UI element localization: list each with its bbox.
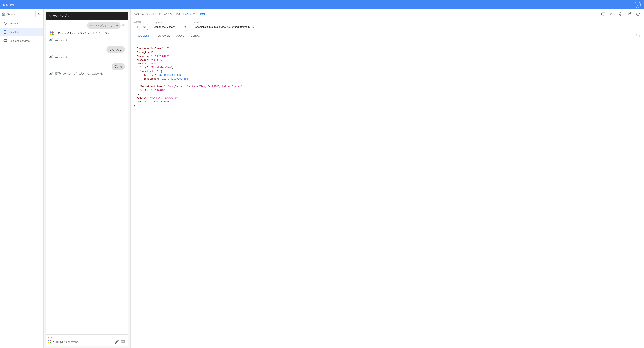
- location-target-icon[interactable]: ◎: [252, 25, 254, 29]
- location-label: Location: [193, 21, 256, 23]
- tabs-bar: REQUEST RESPONSE AUDIO DEBUG: [130, 32, 644, 40]
- chat-input-logo: ▼: [48, 340, 54, 344]
- sidebar-overview-label[interactable]: Overview: [7, 13, 18, 16]
- svg-point-12: [630, 12, 631, 14]
- dot-green-1: [52, 34, 54, 35]
- language-label: Language: [153, 21, 188, 24]
- svg-point-13: [628, 14, 629, 15]
- monitor-icon-button[interactable]: [600, 12, 606, 17]
- input-google-dots: [48, 340, 52, 344]
- chat-section-1: テストアプリにつないで ☰: [46, 20, 128, 44]
- svg-rect-5: [602, 13, 605, 15]
- input-dot-yellow: [48, 342, 50, 343]
- audio-icon-3[interactable]: 🔊: [49, 72, 53, 75]
- svg-point-14: [630, 15, 631, 16]
- tab-response[interactable]: RESPONSE: [152, 32, 173, 40]
- options-bar: Surface Language Japanese (Japan): [130, 19, 644, 32]
- bubble-text-3: 寒いね: [112, 63, 125, 70]
- tab-request[interactable]: REQUEST: [134, 32, 152, 40]
- surface-group: Surface: [134, 20, 148, 30]
- audio-icon-2[interactable]: 🔊: [49, 54, 53, 58]
- sidebar: 🏠 Overview ⚙ Analytics Simulator Backend…: [0, 10, 44, 348]
- sidebar-collapse-button[interactable]: ‹: [0, 340, 43, 346]
- volume-icon-button[interactable]: [609, 12, 615, 17]
- svg-marker-8: [610, 13, 612, 16]
- gear-button[interactable]: ⚙: [36, 11, 42, 18]
- tab-audio[interactable]: AUDIO: [173, 32, 188, 40]
- bubble-icon-1: ☰: [122, 24, 125, 27]
- svg-rect-2: [4, 39, 7, 42]
- simulator-icon: [3, 30, 7, 34]
- mic-off-icon-button[interactable]: [618, 12, 624, 17]
- tab-debug[interactable]: DEBUG: [188, 32, 203, 40]
- location-group: Location ◎: [193, 21, 256, 30]
- copy-button[interactable]: [636, 33, 641, 39]
- chat-input-area: Input ▼ 🎤: [46, 334, 128, 346]
- main-layout: 🏠 Overview ⚙ Analytics Simulator Backend…: [0, 10, 644, 348]
- right-panel-header: AoG Draft Snapshot · 11/17/17, 9:18 PM C…: [130, 10, 644, 19]
- snapshot-text: AoG Draft Snapshot · 11/17/17, 9:18 PM: [134, 13, 180, 16]
- help-icon-button[interactable]: ?: [634, 2, 641, 8]
- sidebar-item-analytics[interactable]: Analytics: [0, 19, 43, 28]
- speaker-surface-button[interactable]: [142, 24, 148, 30]
- right-panel: AoG Draft Snapshot · 11/17/17, 9:18 PM C…: [130, 10, 644, 348]
- chat-section-2: こんにちは 🔊 こんにちは: [46, 44, 128, 61]
- analytics-label: Analytics: [10, 22, 20, 25]
- analytics-icon: [3, 21, 7, 25]
- audio-row-1: 🔊 こんにちは: [49, 38, 125, 41]
- dot-blue-1: [50, 32, 52, 33]
- share-icon-button[interactable]: [626, 12, 632, 17]
- audio-icon-1[interactable]: 🔊: [49, 38, 53, 41]
- language-select[interactable]: Japanese (Japan): [153, 24, 188, 30]
- snapshot-info: AoG Draft Snapshot · 11/17/17, 9:18 PM C…: [134, 13, 205, 16]
- chevron-down-icon[interactable]: ▼: [52, 341, 54, 343]
- chat-header: ✕ テストアプリ: [46, 12, 128, 20]
- surface-label: Surface: [134, 20, 148, 23]
- location-input[interactable]: [195, 26, 250, 28]
- chat-input-label: Input: [48, 336, 126, 338]
- input-dot-green: [50, 342, 51, 343]
- audio-text-3: 風邪をひかないように気をつけてださいね: [54, 72, 104, 75]
- phone-surface-button[interactable]: [134, 24, 140, 30]
- audio-row-3: 🔊 風邪をひかないように気をつけてださいね: [49, 72, 125, 75]
- sidebar-item-simulator[interactable]: Simulator: [0, 28, 43, 36]
- bubble-text-2: こんにちは: [106, 46, 125, 53]
- location-input-wrapper: ◎: [193, 24, 256, 30]
- chat-section-3: 寒いね 🔊 風邪をひかないように気をつけてださいね: [46, 61, 128, 78]
- refresh-icon-button[interactable]: [635, 12, 641, 17]
- svg-line-15: [629, 14, 630, 15]
- simulator-label: Simulator: [10, 31, 20, 34]
- chat-bubble-user-2: こんにちは: [49, 46, 125, 53]
- audio-row-2: 🔊 こんにちは: [49, 54, 125, 58]
- input-dot-blue: [48, 340, 50, 342]
- change-version-button[interactable]: CHANGE VERSION: [181, 13, 205, 16]
- top-header-title: Simulator: [3, 3, 14, 6]
- backend-label: Backend services: [10, 39, 30, 42]
- input-dot-red: [50, 340, 51, 342]
- microphone-icon[interactable]: 🎤: [114, 340, 119, 344]
- svg-marker-19: [144, 26, 144, 28]
- backend-icon: [3, 39, 7, 43]
- chat-title: テストアプリ: [53, 14, 70, 18]
- chat-bubble-user-1: テストアプリにつないで ☰: [49, 22, 125, 29]
- simulator-panel: ✕ テストアプリ テストアプリにつないで ☰: [44, 10, 130, 348]
- svg-line-16: [629, 13, 630, 14]
- chat-close-button[interactable]: ✕: [48, 14, 51, 18]
- dot-yellow-1: [50, 34, 52, 35]
- chat-text-input[interactable]: [56, 340, 113, 344]
- chat-messages[interactable]: テストアプリにつないで ☰: [46, 20, 128, 334]
- keyboard-icon[interactable]: ⌨: [120, 340, 126, 344]
- chat-input-row: ▼ 🎤 ⌨: [48, 340, 126, 344]
- surface-icons: [134, 24, 148, 30]
- svg-rect-20: [638, 35, 640, 37]
- chat-bubble-user-3: 寒いね: [49, 63, 125, 70]
- home-icon: 🏠: [2, 12, 6, 16]
- google-dots-1: [50, 32, 54, 35]
- bubble-text-1: テストアプリにつないで: [87, 22, 121, 29]
- response-content-1: はい。テストバージョンのテストアプリです。: [56, 30, 110, 35]
- response-text-1: はい。テストバージョンのテストアプリです。: [56, 30, 110, 35]
- google-logo-1: [49, 30, 54, 36]
- sidebar-bottom: ‹: [0, 338, 43, 348]
- chat-window: ✕ テストアプリ テストアプリにつないで ☰: [46, 12, 128, 346]
- sidebar-item-backend[interactable]: Backend services: [0, 36, 43, 45]
